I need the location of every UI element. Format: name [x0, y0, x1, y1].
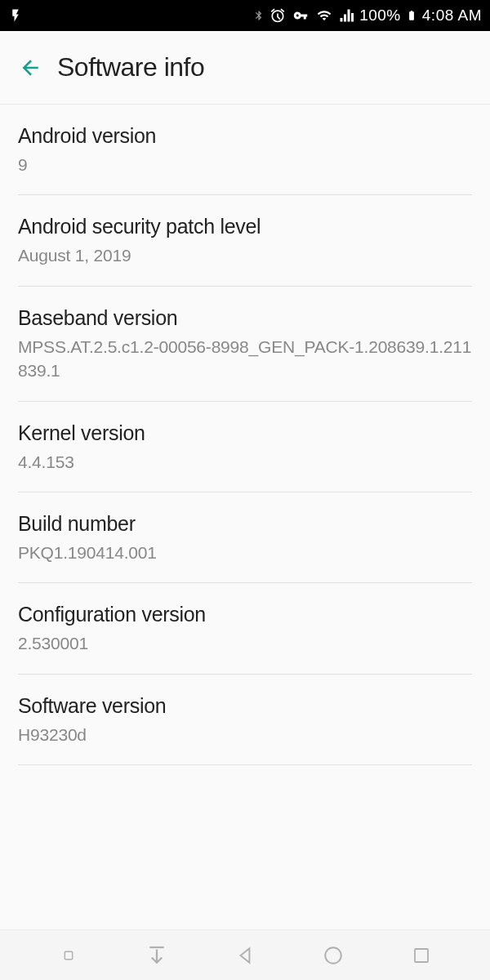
baseband-version-item[interactable]: Baseband version MPSS.AT.2.5.c1.2-00056-… — [18, 287, 472, 402]
signal-icon — [338, 8, 354, 23]
navigation-bar — [0, 929, 490, 980]
item-title: Build number — [18, 512, 472, 536]
item-value: 2.530001 — [18, 631, 472, 655]
android-version-item[interactable]: Android version 9 — [18, 105, 472, 195]
alarm-icon — [270, 7, 286, 24]
item-title: Kernel version — [18, 421, 472, 445]
item-title: Android security patch level — [18, 215, 472, 238]
nav-back-icon[interactable] — [227, 938, 263, 973]
settings-list: Android version 9 Android security patch… — [0, 105, 490, 765]
nav-recent-small-icon[interactable] — [51, 938, 87, 973]
battery-icon — [406, 7, 417, 24]
item-value: 4.4.153 — [18, 450, 472, 474]
item-title: Configuration version — [18, 603, 472, 626]
svg-point-1 — [325, 947, 341, 964]
bluetooth-icon — [253, 7, 265, 24]
status-left — [8, 7, 23, 24]
status-bar: 100% 4:08 AM — [0, 0, 490, 31]
item-value: August 1, 2019 — [18, 243, 472, 267]
item-value: H93230d — [18, 723, 472, 746]
svg-rect-2 — [415, 949, 428, 962]
item-title: Baseband version — [18, 306, 472, 330]
svg-rect-0 — [65, 951, 72, 959]
security-patch-item[interactable]: Android security patch level August 1, 2… — [18, 195, 472, 286]
kernel-version-item[interactable]: Kernel version 4.4.153 — [18, 402, 472, 492]
item-value: 9 — [18, 153, 472, 176]
lightning-icon — [8, 7, 23, 24]
battery-percent: 100% — [359, 7, 401, 24]
build-number-item[interactable]: Build number PKQ1.190414.001 — [18, 492, 472, 583]
configuration-version-item[interactable]: Configuration version 2.530001 — [18, 583, 472, 674]
nav-home-icon[interactable] — [315, 938, 351, 973]
wifi-icon — [315, 8, 333, 23]
item-value: MPSS.AT.2.5.c1.2-00056-8998_GEN_PACK-1.2… — [18, 335, 472, 383]
vpn-key-icon — [291, 8, 310, 23]
item-value: PKQ1.190414.001 — [18, 541, 472, 564]
back-button[interactable] — [15, 51, 47, 84]
app-bar: Software info — [0, 31, 490, 105]
nav-pulldown-icon[interactable] — [139, 938, 175, 973]
status-right: 100% 4:08 AM — [253, 7, 482, 24]
nav-recent-icon[interactable] — [403, 938, 439, 973]
clock-time: 4:08 AM — [422, 7, 482, 24]
item-title: Android version — [18, 124, 472, 148]
software-version-item[interactable]: Software version H93230d — [18, 675, 472, 765]
page-title: Software info — [57, 52, 204, 82]
item-title: Software version — [18, 694, 472, 718]
